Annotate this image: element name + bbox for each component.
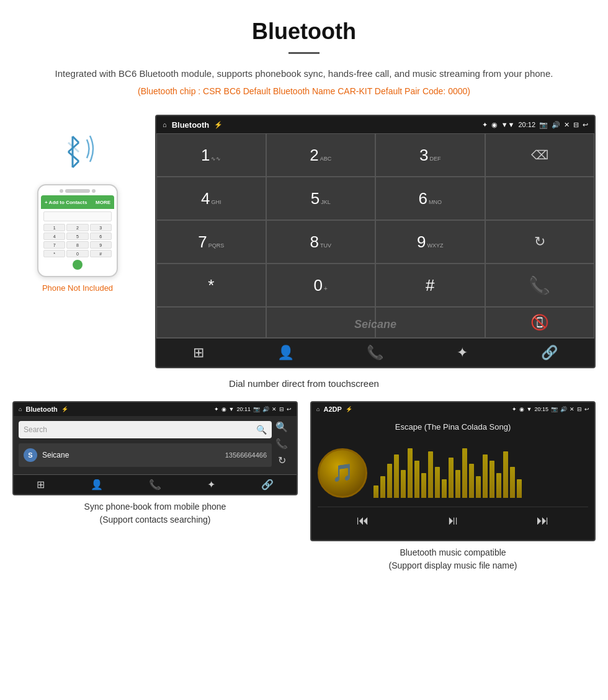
contacts-nav-grid[interactable]: ⊞	[37, 479, 45, 490]
dial-hash[interactable]: #	[375, 264, 485, 307]
music-home-icon[interactable]: ⌂	[316, 406, 320, 412]
dial-9[interactable]: 9WXYZ	[375, 220, 485, 264]
contacts-nav-bt[interactable]: ✦	[207, 479, 215, 490]
music-back-icon[interactable]: ↩	[584, 406, 589, 412]
contact-row[interactable]: S Seicane 13566664466	[19, 443, 272, 467]
album-art: 🎵	[318, 448, 367, 498]
contacts-home-icon[interactable]: ⌂	[19, 406, 22, 412]
search-placeholder: Search	[24, 425, 256, 434]
phone-camera	[60, 189, 63, 193]
contacts-caption: Sync phone-book from mobile phone (Suppo…	[12, 500, 298, 526]
nav-phone-icon[interactable]: 📞	[367, 345, 383, 361]
dial-empty-2	[156, 307, 266, 338]
contacts-signal: ▼	[229, 406, 235, 412]
dial-6[interactable]: 6MNO	[375, 177, 485, 220]
phone-key-1: 1	[43, 224, 65, 231]
eq-bar	[476, 476, 481, 498]
dial-empty-4	[375, 307, 485, 338]
add-contacts-label: + Add to Contacts	[45, 200, 87, 205]
dialpad: 1∿∿ 2ABC 3DEF ⌫ 4GHI 5JKL 6MNO 7PQRS 8TU…	[156, 133, 594, 338]
music-controls: ⏮ ⏯ ⏭	[318, 507, 588, 534]
eq-bar	[380, 476, 385, 498]
search-btn[interactable]: 🔍	[275, 421, 288, 433]
phone-key-hash: #	[90, 250, 112, 257]
music-caption: Bluetooth music compatible (Support disp…	[310, 546, 596, 572]
call-btn[interactable]: 📞	[275, 438, 288, 450]
contacts-cam-icon: 📷	[253, 406, 260, 412]
phone-number-display	[43, 211, 112, 221]
music-loc-icon: ◉	[519, 406, 524, 412]
nav-contacts-icon[interactable]: 👤	[277, 345, 294, 361]
music-x-icon: ✕	[570, 406, 574, 412]
phone-key-star: *	[43, 250, 65, 257]
music-usb-icon: ⚡	[346, 406, 352, 412]
dial-3[interactable]: 3DEF	[375, 133, 485, 177]
dial-1[interactable]: 1∿∿	[156, 133, 266, 177]
song-title: Escape (The Pina Colada Song)	[395, 422, 511, 432]
time-display: 20:12	[518, 121, 535, 128]
eq-bar	[414, 461, 419, 498]
dial-4[interactable]: 4GHI	[156, 177, 266, 220]
contacts-nav-link[interactable]: 🔗	[261, 479, 274, 490]
eq-bar	[469, 464, 474, 498]
dial-call-red[interactable]: 📵	[485, 307, 595, 338]
nav-dialpad-icon[interactable]: ⊞	[193, 345, 204, 361]
dial-7[interactable]: 7PQRS	[156, 220, 266, 264]
bottom-nav: ⊞ 👤 📞 ✦ 🔗	[156, 338, 594, 367]
phone-bottom-row	[43, 260, 112, 270]
contacts-status-right: ✦ ◉ ▼ 20:11 📷 🔊 ✕ ⊟ ↩	[214, 406, 292, 412]
contact-number: 13566664466	[225, 451, 267, 459]
contacts-status-left: ⌂ Bluetooth ⚡	[19, 405, 68, 413]
main-caption: Dial number direct from touchscreen	[0, 378, 608, 389]
contacts-back-icon[interactable]: ↩	[287, 406, 292, 412]
dial-call-green[interactable]: 📞	[485, 264, 595, 307]
dial-8[interactable]: 8TUV	[266, 220, 376, 264]
phone-key-0: 0	[66, 250, 88, 257]
location-icon: ◉	[491, 121, 498, 129]
dial-star[interactable]: *	[156, 264, 266, 307]
phone-key-4: 4	[43, 233, 65, 240]
phone-sensor	[92, 189, 96, 193]
nav-link-icon[interactable]: 🔗	[541, 345, 558, 361]
dial-refresh[interactable]: ↻	[485, 220, 595, 264]
eq-bar	[435, 467, 440, 498]
refresh-btn[interactable]: ↻	[275, 454, 288, 466]
eq-bar	[408, 448, 413, 498]
play-pause-button[interactable]: ⏯	[447, 513, 459, 528]
phone-top	[41, 189, 114, 193]
next-button[interactable]: ⏭	[537, 513, 549, 528]
back-icon[interactable]: ↩	[583, 121, 588, 129]
dial-backspace[interactable]: ⌫	[485, 133, 595, 177]
dial-0[interactable]: 0+	[266, 264, 376, 307]
music-android-screen: ⌂ A2DP ⚡ ✦ ◉ ▼ 20:15 📷 🔊 ✕ ⊟ ↩ E	[310, 401, 596, 541]
phone-key-8: 8	[66, 241, 88, 249]
eq-bar	[449, 458, 454, 498]
music-status-bar: ⌂ A2DP ⚡ ✦ ◉ ▼ 20:15 📷 🔊 ✕ ⊟ ↩	[311, 402, 594, 416]
phone-green-bar: + Add to Contacts MORE	[41, 195, 114, 209]
dial-2[interactable]: 2ABC	[266, 133, 376, 177]
eq-bar	[394, 454, 399, 498]
eq-bar	[483, 454, 488, 498]
phone-key-3: 3	[90, 224, 112, 231]
camera-icon: 📷	[539, 121, 548, 129]
music-time: 20:15	[534, 406, 548, 412]
eq-bar	[462, 448, 467, 498]
music-status-left: ⌂ A2DP ⚡	[316, 405, 352, 413]
nav-bluetooth-icon[interactable]: ✦	[457, 345, 468, 361]
description: Integrated with BC6 Bluetooth module, su…	[12, 66, 596, 81]
main-android-screen: ⌂ Bluetooth ⚡ ✦ ◉ ▼▼ 20:12 📷 🔊 ✕ ⊟ ↩	[155, 115, 596, 368]
contacts-search-bar[interactable]: Search 🔍	[19, 421, 272, 438]
music-caption-line2: (Support display music file name)	[389, 560, 517, 570]
home-icon[interactable]: ⌂	[163, 121, 167, 128]
contacts-vol-icon: 🔊	[262, 406, 269, 412]
search-icon: 🔍	[256, 425, 267, 435]
eq-bar	[455, 470, 460, 498]
prev-button[interactable]: ⏮	[357, 513, 369, 528]
contacts-time: 20:11	[236, 406, 251, 412]
dial-5[interactable]: 5JKL	[266, 177, 376, 220]
phone-keys-grid: 1 2 3 4 5 6 7 8 9 * 0 #	[43, 224, 112, 257]
contacts-nav-user[interactable]: 👤	[91, 479, 103, 490]
contacts-caption-line1: Sync phone-book from mobile phone	[84, 502, 226, 512]
contacts-nav-phone[interactable]: 📞	[149, 479, 161, 490]
eq-bar	[387, 464, 392, 498]
